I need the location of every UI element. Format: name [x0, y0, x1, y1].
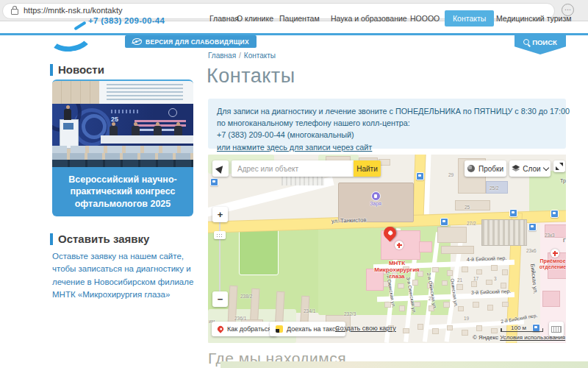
request-text: Оставьте заявку на нашем сайте, чтобы за… — [52, 250, 198, 301]
house-number: 3 — [494, 276, 497, 281]
house-number: 236/1 — [234, 316, 246, 321]
layers-icon — [512, 165, 520, 172]
zoom-in-button[interactable]: + — [212, 207, 228, 222]
zarya-poi-icon[interactable] — [371, 191, 381, 201]
nav-item-science[interactable]: Наука и образование — [331, 14, 407, 23]
eye-icon — [132, 38, 142, 45]
site-search-button[interactable]: ПОИСК — [514, 34, 566, 54]
chevron-down-icon — [542, 165, 548, 171]
breadcrumb: Главная/Контакты — [208, 52, 276, 60]
house-number: 234/1 — [304, 308, 315, 314]
traffic-icon — [467, 165, 475, 172]
house-number: 29 — [448, 172, 453, 177]
traffic-button[interactable]: Пробки — [465, 160, 506, 177]
geolocation-icon — [215, 163, 226, 174]
yandex-map[interactable]: ул. Танкистов Бийская ул. 4-й Бийский пе… — [208, 155, 566, 343]
house-number: 23к3 — [545, 233, 555, 238]
accessibility-button[interactable]: ВЕРСИЯ ДЛЯ СЛАБОВИДЯЩИХ — [125, 35, 257, 48]
header-phone[interactable]: +7 (383) 209-00-44 — [88, 16, 165, 25]
nav-item-contacts-active[interactable]: Контакты — [445, 10, 494, 26]
info-line-1: Для записи на диагностику и лечение звон… — [217, 105, 557, 117]
breadcrumb-current: Контакты — [244, 52, 276, 60]
map-copyright: © Яндекс Условия использования — [473, 334, 565, 341]
request-section-title: Оставить заявку — [50, 233, 149, 245]
transit-stop-icon[interactable] — [509, 209, 517, 217]
breadcrumb-home[interactable]: Главная — [208, 52, 236, 60]
header-divider — [0, 33, 588, 35]
street-label: ул. Танкистов — [331, 216, 367, 224]
house-number: 27/2 — [467, 221, 476, 226]
house-number: 238/2 — [240, 294, 252, 299]
panorama-strip — [220, 361, 588, 368]
zoom-out-button[interactable]: − — [212, 291, 228, 307]
map-scale-bar — [501, 331, 543, 332]
clinic-logo[interactable] — [46, 17, 94, 54]
ruler-icon — [551, 326, 562, 333]
clinic-medical-icon[interactable] — [395, 241, 404, 250]
transit-stop-icon[interactable] — [528, 223, 537, 231]
directions-button[interactable]: Как добраться — [212, 322, 277, 336]
house-number: 25 — [465, 205, 470, 210]
house-number: 19 — [464, 316, 469, 321]
accessibility-label: ВЕРСИЯ ДЛЯ СЛАБОВИДЯЩИХ — [146, 38, 249, 46]
nav-item-noooo[interactable]: НОООО — [410, 14, 440, 23]
page: https://mntk-nsk.ru/kontakty ⋯ +7 (383) … — [0, 0, 588, 368]
map-search-input[interactable]: Адрес или объект — [232, 160, 354, 177]
create-map-link[interactable]: Создать свою карту — [335, 325, 396, 332]
layers-button[interactable]: Слои — [509, 160, 551, 177]
info-phone: +7 (383) 209-00-44 (многоканальный) — [217, 129, 557, 141]
yandex-copyright[interactable]: © Яндекс — [473, 334, 498, 341]
call-info-box: Для записи на диагностику и лечение звон… — [208, 99, 566, 149]
transit-stop-icon[interactable] — [416, 172, 424, 180]
taxi-icon — [276, 325, 283, 333]
house-number: 23к6 — [526, 248, 537, 253]
url-text: https://mntk-nsk.ru/kontakty — [24, 6, 123, 15]
nav-item-home[interactable]: Главная — [209, 14, 239, 23]
transit-stop-icon[interactable] — [440, 218, 448, 226]
zarya-label: Заря — [367, 201, 384, 206]
news-card[interactable]: 25 Всероссийский научно-практический кон… — [52, 79, 193, 216]
house-number: 17 — [473, 276, 478, 281]
house-number: 21 — [457, 277, 462, 283]
map-find-button[interactable]: Найти — [354, 160, 381, 177]
expand-icon — [553, 160, 565, 172]
info-line-2: по многоканальному телефону нашего колл-… — [217, 117, 557, 129]
taxi-button[interactable]: Доехать на такси — [270, 322, 345, 336]
clinic-label: МНТК Микрохирургия глаза — [374, 260, 420, 280]
page-title: Контакты — [207, 65, 295, 88]
fullscreen-button[interactable] — [553, 160, 565, 172]
online-booking-link[interactable]: или нажмите здесь для записи через сайт — [217, 141, 557, 153]
news-photo: 25 — [52, 79, 193, 167]
nav-item-about[interactable]: О клинике — [237, 14, 273, 23]
search-icon — [523, 39, 529, 45]
map-search-placeholder: Адрес или объект — [237, 165, 298, 173]
house-number: 21 — [429, 296, 434, 301]
admission-label: Приёмное отделение — [537, 258, 566, 270]
street-label: Тр — [560, 178, 566, 183]
search-label: ПОИСК — [532, 38, 557, 46]
transit-stop-icon[interactable] — [210, 178, 218, 186]
zoom-slider-handle[interactable] — [214, 231, 226, 239]
nav-item-patients[interactable]: Пациентам — [279, 14, 320, 23]
news-section-title: Новости — [50, 63, 104, 76]
nav-item-tourism[interactable]: Медицинский туризм — [496, 14, 571, 23]
lock-icon — [11, 9, 18, 15]
gk-label: ГК — [563, 238, 566, 243]
map-scale-label: 100 м — [511, 325, 526, 331]
terms-link[interactable]: Условия использования — [500, 334, 565, 341]
transit-stop-icon[interactable] — [551, 210, 559, 218]
house-number: 232/3 — [344, 311, 356, 316]
house-number: 25/2 — [490, 185, 499, 191]
news-caption[interactable]: Всероссийский научно-практический конгре… — [52, 167, 193, 216]
geolocation-button[interactable] — [212, 160, 229, 177]
pin-icon — [216, 325, 224, 333]
admission-medical-icon[interactable] — [551, 249, 559, 258]
